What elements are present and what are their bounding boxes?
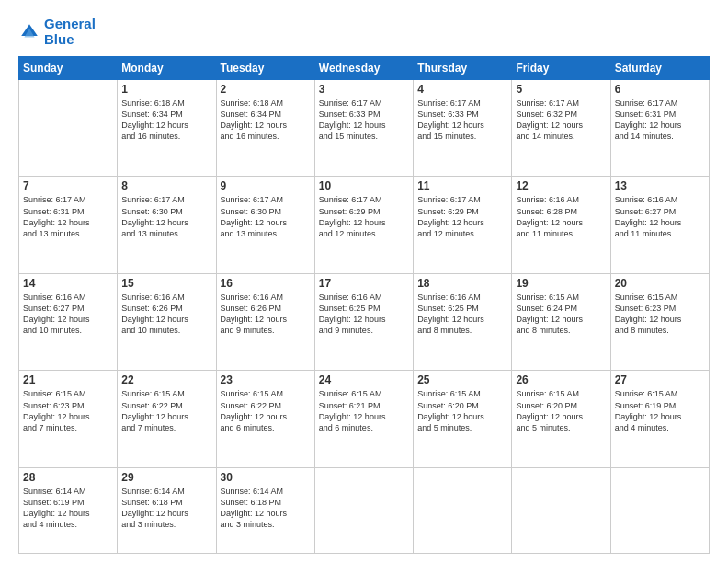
- day-info: Sunrise: 6:14 AM Sunset: 6:19 PM Dayligh…: [23, 486, 113, 531]
- calendar-cell: 7Sunrise: 6:17 AM Sunset: 6:31 PM Daylig…: [19, 177, 118, 273]
- day-info: Sunrise: 6:15 AM Sunset: 6:24 PM Dayligh…: [516, 292, 606, 337]
- calendar-cell: 27Sunrise: 6:15 AM Sunset: 6:19 PM Dayli…: [610, 371, 709, 467]
- day-number: 22: [121, 373, 211, 386]
- day-number: 23: [221, 373, 311, 386]
- day-info: Sunrise: 6:16 AM Sunset: 6:25 PM Dayligh…: [417, 292, 507, 337]
- calendar-cell: 24Sunrise: 6:15 AM Sunset: 6:21 PM Dayli…: [314, 371, 413, 467]
- day-number: 2: [221, 83, 311, 96]
- day-number: 24: [319, 373, 409, 386]
- day-info: Sunrise: 6:16 AM Sunset: 6:27 PM Dayligh…: [23, 292, 113, 337]
- logo: General Blue: [18, 17, 96, 47]
- day-number: 26: [516, 373, 606, 386]
- calendar-cell: 17Sunrise: 6:16 AM Sunset: 6:25 PM Dayli…: [314, 273, 413, 370]
- calendar-cell: 8Sunrise: 6:17 AM Sunset: 6:30 PM Daylig…: [118, 177, 216, 273]
- calendar-cell: 10Sunrise: 6:17 AM Sunset: 6:29 PM Dayli…: [314, 177, 413, 273]
- day-info: Sunrise: 6:17 AM Sunset: 6:30 PM Dayligh…: [221, 194, 311, 239]
- calendar-cell: 25Sunrise: 6:15 AM Sunset: 6:20 PM Dayli…: [414, 371, 512, 467]
- calendar-cell: 29Sunrise: 6:14 AM Sunset: 6:18 PM Dayli…: [118, 467, 216, 553]
- calendar-cell: 23Sunrise: 6:15 AM Sunset: 6:22 PM Dayli…: [216, 371, 314, 467]
- day-info: Sunrise: 6:17 AM Sunset: 6:33 PM Dayligh…: [319, 98, 409, 143]
- day-number: 14: [23, 277, 113, 290]
- day-number: 4: [417, 83, 507, 96]
- calendar-cell: 21Sunrise: 6:15 AM Sunset: 6:23 PM Dayli…: [19, 371, 118, 467]
- day-info: Sunrise: 6:17 AM Sunset: 6:30 PM Dayligh…: [121, 194, 211, 239]
- day-info: Sunrise: 6:15 AM Sunset: 6:20 PM Dayligh…: [516, 388, 606, 433]
- week-row-2: 7Sunrise: 6:17 AM Sunset: 6:31 PM Daylig…: [19, 177, 710, 273]
- calendar-cell: [610, 467, 709, 553]
- weekday-header-thursday: Thursday: [414, 57, 512, 80]
- day-number: 28: [23, 471, 113, 484]
- calendar-cell: 11Sunrise: 6:17 AM Sunset: 6:29 PM Dayli…: [414, 177, 512, 273]
- calendar-cell: 13Sunrise: 6:16 AM Sunset: 6:27 PM Dayli…: [610, 177, 709, 273]
- week-row-3: 14Sunrise: 6:16 AM Sunset: 6:27 PM Dayli…: [19, 273, 710, 370]
- day-info: Sunrise: 6:16 AM Sunset: 6:25 PM Dayligh…: [319, 292, 409, 337]
- day-number: 17: [319, 277, 409, 290]
- calendar-cell: [414, 467, 512, 553]
- day-number: 3: [319, 83, 409, 96]
- day-number: 8: [121, 179, 211, 192]
- day-info: Sunrise: 6:17 AM Sunset: 6:29 PM Dayligh…: [417, 194, 507, 239]
- day-number: 6: [615, 83, 705, 96]
- calendar-cell: 28Sunrise: 6:14 AM Sunset: 6:19 PM Dayli…: [19, 467, 118, 553]
- weekday-header-row: SundayMondayTuesdayWednesdayThursdayFrid…: [19, 57, 710, 80]
- day-info: Sunrise: 6:18 AM Sunset: 6:34 PM Dayligh…: [121, 98, 211, 143]
- calendar-cell: 9Sunrise: 6:17 AM Sunset: 6:30 PM Daylig…: [216, 177, 314, 273]
- calendar-cell: 12Sunrise: 6:16 AM Sunset: 6:28 PM Dayli…: [512, 177, 610, 273]
- calendar-cell: [314, 467, 413, 553]
- day-number: 27: [615, 373, 705, 386]
- day-number: 7: [23, 179, 113, 192]
- day-info: Sunrise: 6:15 AM Sunset: 6:21 PM Dayligh…: [319, 388, 409, 433]
- weekday-header-friday: Friday: [512, 57, 610, 80]
- weekday-header-monday: Monday: [118, 57, 216, 80]
- calendar-cell: 30Sunrise: 6:14 AM Sunset: 6:18 PM Dayli…: [216, 467, 314, 553]
- day-info: Sunrise: 6:14 AM Sunset: 6:18 PM Dayligh…: [121, 486, 211, 531]
- day-number: 25: [417, 373, 507, 386]
- day-info: Sunrise: 6:14 AM Sunset: 6:18 PM Dayligh…: [221, 486, 311, 531]
- day-number: 21: [23, 373, 113, 386]
- day-info: Sunrise: 6:15 AM Sunset: 6:23 PM Dayligh…: [615, 292, 705, 337]
- day-info: Sunrise: 6:15 AM Sunset: 6:23 PM Dayligh…: [23, 388, 113, 433]
- week-row-1: 1Sunrise: 6:18 AM Sunset: 6:34 PM Daylig…: [19, 80, 710, 177]
- day-number: 20: [615, 277, 705, 290]
- day-info: Sunrise: 6:15 AM Sunset: 6:20 PM Dayligh…: [417, 388, 507, 433]
- day-info: Sunrise: 6:17 AM Sunset: 6:32 PM Dayligh…: [516, 98, 606, 143]
- day-info: Sunrise: 6:16 AM Sunset: 6:28 PM Dayligh…: [516, 194, 606, 239]
- logo-text: General Blue: [44, 17, 96, 47]
- calendar-cell: 5Sunrise: 6:17 AM Sunset: 6:32 PM Daylig…: [512, 80, 610, 177]
- calendar-cell: 1Sunrise: 6:18 AM Sunset: 6:34 PM Daylig…: [118, 80, 216, 177]
- day-info: Sunrise: 6:15 AM Sunset: 6:22 PM Dayligh…: [221, 388, 311, 433]
- header: General Blue: [18, 17, 710, 47]
- day-number: 18: [417, 277, 507, 290]
- day-number: 13: [615, 179, 705, 192]
- day-number: 10: [319, 179, 409, 192]
- calendar-cell: 15Sunrise: 6:16 AM Sunset: 6:26 PM Dayli…: [118, 273, 216, 370]
- day-number: 29: [121, 471, 211, 484]
- calendar-table: SundayMondayTuesdayWednesdayThursdayFrid…: [18, 56, 710, 554]
- day-info: Sunrise: 6:15 AM Sunset: 6:22 PM Dayligh…: [121, 388, 211, 433]
- weekday-header-wednesday: Wednesday: [314, 57, 413, 80]
- day-number: 11: [417, 179, 507, 192]
- calendar-cell: 14Sunrise: 6:16 AM Sunset: 6:27 PM Dayli…: [19, 273, 118, 370]
- day-number: 9: [221, 179, 311, 192]
- calendar-cell: 20Sunrise: 6:15 AM Sunset: 6:23 PM Dayli…: [610, 273, 709, 370]
- calendar-cell: 3Sunrise: 6:17 AM Sunset: 6:33 PM Daylig…: [314, 80, 413, 177]
- day-number: 16: [221, 277, 311, 290]
- page: General Blue SundayMondayTuesdayWednesda…: [0, 0, 728, 563]
- week-row-5: 28Sunrise: 6:14 AM Sunset: 6:19 PM Dayli…: [19, 467, 710, 553]
- calendar-cell: 19Sunrise: 6:15 AM Sunset: 6:24 PM Dayli…: [512, 273, 610, 370]
- calendar-cell: 26Sunrise: 6:15 AM Sunset: 6:20 PM Dayli…: [512, 371, 610, 467]
- weekday-header-sunday: Sunday: [19, 57, 118, 80]
- calendar-cell: [19, 80, 118, 177]
- weekday-header-saturday: Saturday: [610, 57, 709, 80]
- calendar-cell: [512, 467, 610, 553]
- calendar-cell: 4Sunrise: 6:17 AM Sunset: 6:33 PM Daylig…: [414, 80, 512, 177]
- day-info: Sunrise: 6:16 AM Sunset: 6:26 PM Dayligh…: [121, 292, 211, 337]
- day-info: Sunrise: 6:17 AM Sunset: 6:31 PM Dayligh…: [615, 98, 705, 143]
- week-row-4: 21Sunrise: 6:15 AM Sunset: 6:23 PM Dayli…: [19, 371, 710, 467]
- day-info: Sunrise: 6:18 AM Sunset: 6:34 PM Dayligh…: [221, 98, 311, 143]
- calendar-cell: 16Sunrise: 6:16 AM Sunset: 6:26 PM Dayli…: [216, 273, 314, 370]
- day-number: 15: [121, 277, 211, 290]
- day-number: 5: [516, 83, 606, 96]
- day-info: Sunrise: 6:16 AM Sunset: 6:27 PM Dayligh…: [615, 194, 705, 239]
- calendar-cell: 2Sunrise: 6:18 AM Sunset: 6:34 PM Daylig…: [216, 80, 314, 177]
